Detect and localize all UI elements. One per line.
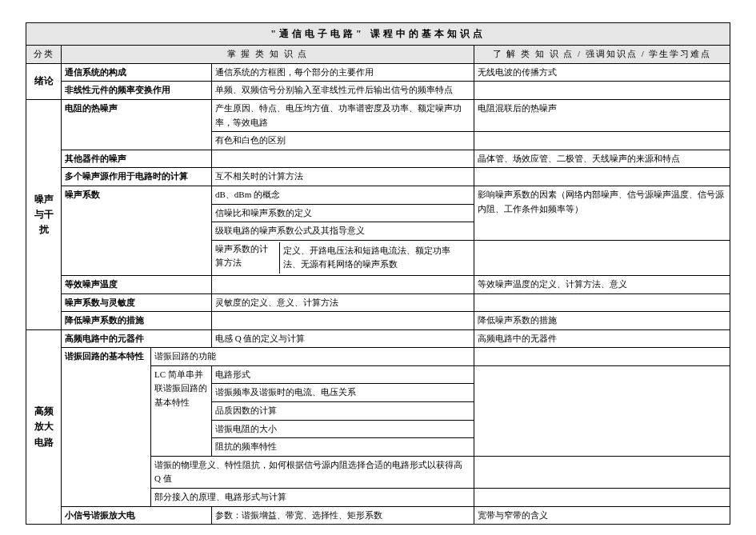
title-row: "通信电子电路" 课程中的基本知识点 [26, 23, 730, 46]
subtopic: 非线性元件的频率变换作用 [62, 82, 212, 100]
subtopic: 小信号谐振放大电 [62, 506, 212, 525]
understand-cell [474, 168, 730, 186]
master-cell: 谐振频率及谐振时的电流、电压关系 [212, 384, 474, 402]
table-row: 非线性元件的频率变换作用 单频、双频信号分别输入至非线性元件后输出信号的频率特点 [26, 82, 730, 100]
master-cell: 部分接入的原理、电路形式与计算 [151, 489, 474, 507]
master-cell: 参数：谐振增益、带宽、选择性、矩形系数 [212, 506, 474, 525]
subtopic: 噪声系数与灵敏度 [62, 293, 212, 312]
understand-cell [474, 240, 730, 275]
category-noise-label: 噪声与干扰 [34, 194, 54, 235]
subtopic: 噪声系数 [62, 186, 212, 275]
understand-cell [474, 82, 730, 100]
understand-cell [474, 489, 730, 507]
understand-cell: 电阻混联后的热噪声 [474, 99, 730, 131]
category-noise: 噪声与干扰 [26, 99, 62, 329]
subtopic: 高频电路中的元器件 [62, 329, 212, 348]
master-cell: 谐振电阻的大小 [212, 420, 474, 438]
table-row: 高频放大电路 高频电路中的元器件 电感 Q 值的定义与计算 高频电路中的无器件 [26, 329, 730, 348]
master-cell: 谐振回路的功能 [151, 348, 474, 366]
master-cell: dB、dBm 的概念 [212, 186, 474, 204]
understand-cell [474, 293, 730, 312]
understand-cell: 晶体管、场效应管、二极管、天线噪声的来源和特点 [474, 150, 730, 168]
master-cell: 级联电路的噪声系数公式及其指导意义 [212, 222, 474, 241]
subtopic-2: LC 简单串并联谐振回路的基本特性 [151, 365, 212, 456]
subtopic: 多个噪声源作用于电路时的计算 [62, 168, 212, 186]
table-row: 其他器件的噪声 晶体管、场效应管、二极管、天线噪声的来源和特点 [26, 150, 730, 168]
table-row: 小信号谐振放大电 参数：谐振增益、带宽、选择性、矩形系数 宽带与窄带的含义 [26, 506, 730, 525]
master-cell: 电路形式 [212, 365, 474, 384]
master-cell [212, 150, 474, 168]
understand-cell [474, 365, 730, 456]
subtopic: 降低噪声系数的措施 [62, 312, 212, 330]
header-category: 分类 [26, 46, 62, 64]
understand-cell [474, 348, 730, 366]
master-cell: 通信系统的方框图，每个部分的主要作用 [212, 63, 474, 82]
master-cell [212, 275, 474, 293]
understand-cell [474, 132, 730, 150]
table-row: 等效噪声温度 等效噪声温度的定义、计算方法、意义 [26, 275, 730, 293]
master-cell: 有色和白色的区别 [212, 132, 474, 150]
understand-cell [474, 456, 730, 488]
master-cell: 定义、开路电压法和短路电流法、额定功率法、无源有耗网络的噪声系数 [280, 242, 471, 273]
master-cell [212, 312, 474, 330]
nested-row: 噪声系数的计算方法 定义、开路电压法和短路电流法、额定功率法、无源有耗网络的噪声… [215, 242, 470, 273]
category-hf: 高频放大电路 [26, 329, 62, 525]
understand-cell: 无线电波的传播方式 [474, 63, 730, 82]
header-understand: 了 解 类 知 识 点 / 强调知识点 / 学生学习难点 [474, 46, 730, 64]
table-row: 噪声与干扰 电阻的热噪声 产生原因、特点、电压均方值、功率谱密度及功率、额定噪声… [26, 99, 730, 131]
table-row: 绪论 通信系统的构成 通信系统的方框图，每个部分的主要作用 无线电波的传播方式 [26, 63, 730, 82]
category-intro: 绪论 [26, 63, 62, 99]
master-cell: 品质因数的计算 [212, 402, 474, 421]
subtopic: 通信系统的构成 [62, 63, 212, 82]
header-master: 掌 握 类 知 识 点 [62, 46, 474, 64]
subtopic: 电阻的热噪声 [62, 99, 212, 150]
understand-cell: 高频电路中的无器件 [474, 329, 730, 348]
understand-cell: 影响噪声系数的因素（网络内部噪声、信号源噪声温度、信号源内阻、工作条件如频率等） [474, 186, 730, 240]
table-row: 噪声系数与灵敏度 灵敏度的定义、意义、计算方法 [26, 293, 730, 312]
table-title: "通信电子电路" 课程中的基本知识点 [26, 23, 730, 46]
document-page: "通信电子电路" 课程中的基本知识点 分类 掌 握 类 知 识 点 了 解 类 … [0, 0, 756, 535]
knowledge-table: "通信电子电路" 课程中的基本知识点 分类 掌 握 类 知 识 点 了 解 类 … [26, 22, 730, 525]
master-cell: 产生原因、特点、电压均方值、功率谱密度及功率、额定噪声功率，等效电路 [212, 99, 474, 131]
master-cell: 阻抗的频率特性 [212, 438, 474, 457]
understand-cell: 宽带与窄带的含义 [474, 506, 730, 525]
table-row: 多个噪声源作用于电路时的计算 互不相关时的计算方法 [26, 168, 730, 186]
master-cell: 谐振的物理意义、特性阻抗，如何根据信号源内阻选择合适的电路形式以获得高 Q 值 [151, 456, 474, 488]
master-cell: 灵敏度的定义、意义、计算方法 [212, 293, 474, 312]
subtopic-2: 噪声系数的计算方法 [215, 242, 280, 273]
header-row: 分类 掌 握 类 知 识 点 了 解 类 知 识 点 / 强调知识点 / 学生学… [26, 46, 730, 64]
subtopic: 其他器件的噪声 [62, 150, 212, 168]
table-row: 降低噪声系数的措施 降低噪声系数的措施 [26, 312, 730, 330]
table-row: 噪声系数 dB、dBm 的概念 影响噪声系数的因素（网络内部噪声、信号源噪声温度… [26, 186, 730, 204]
master-cell: 电感 Q 值的定义与计算 [212, 329, 474, 348]
category-hf-label: 高频放大电路 [34, 405, 54, 447]
subtopic: 谐振回路的基本特性 [62, 348, 151, 506]
subtopic: 等效噪声温度 [62, 275, 212, 293]
table-row: 谐振回路的基本特性 谐振回路的功能 [26, 348, 730, 366]
master-cell: 互不相关时的计算方法 [212, 168, 474, 186]
understand-cell: 等效噪声温度的定义、计算方法、意义 [474, 275, 730, 293]
understand-cell: 降低噪声系数的措施 [474, 312, 730, 330]
master-cell: 单频、双频信号分别输入至非线性元件后输出信号的频率特点 [212, 82, 474, 100]
master-cell: 信噪比和噪声系数的定义 [212, 204, 474, 222]
